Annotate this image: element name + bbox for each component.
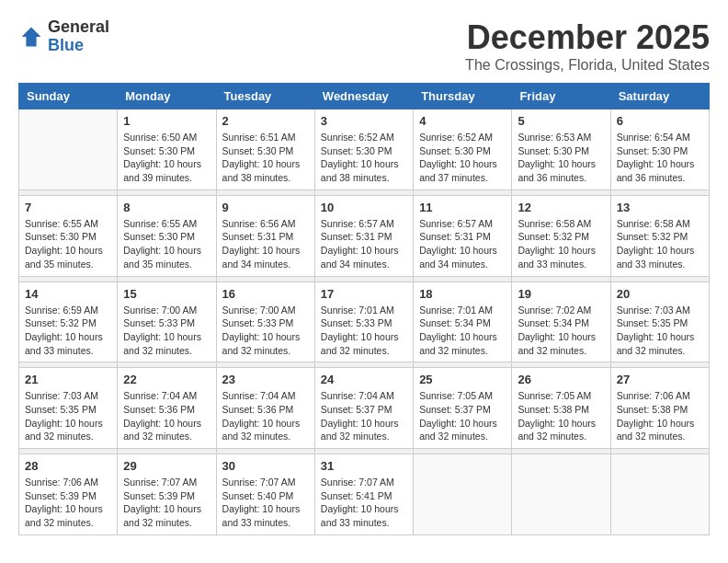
day-info: Sunrise: 6:55 AM Sunset: 5:30 PM Dayligh…: [123, 217, 210, 271]
day-number: 3: [321, 114, 407, 128]
week-row-3: 14Sunrise: 6:59 AM Sunset: 5:32 PM Dayli…: [19, 282, 710, 362]
calendar-cell: 13Sunrise: 6:58 AM Sunset: 5:32 PM Dayli…: [610, 195, 709, 276]
day-info: Sunrise: 6:59 AM Sunset: 5:32 PM Dayligh…: [25, 304, 111, 358]
calendar-cell: 14Sunrise: 6:59 AM Sunset: 5:32 PM Dayli…: [19, 282, 118, 362]
calendar-cell: 28Sunrise: 7:06 AM Sunset: 5:39 PM Dayli…: [19, 454, 118, 535]
day-info: Sunrise: 7:05 AM Sunset: 5:37 PM Dayligh…: [419, 389, 506, 443]
day-info: Sunrise: 6:58 AM Sunset: 5:32 PM Dayligh…: [518, 217, 604, 271]
day-info: Sunrise: 7:01 AM Sunset: 5:34 PM Dayligh…: [419, 304, 506, 358]
day-number: 22: [123, 373, 210, 386]
calendar-cell: 21Sunrise: 7:03 AM Sunset: 5:35 PM Dayli…: [19, 368, 118, 449]
calendar-cell: 10Sunrise: 6:57 AM Sunset: 5:31 PM Dayli…: [314, 195, 413, 276]
calendar-cell: 24Sunrise: 7:04 AM Sunset: 5:37 PM Dayli…: [314, 368, 413, 449]
day-number: 4: [419, 114, 506, 128]
day-info: Sunrise: 7:07 AM Sunset: 5:41 PM Dayligh…: [321, 476, 407, 530]
day-info: Sunrise: 6:50 AM Sunset: 5:30 PM Dayligh…: [123, 131, 210, 185]
location-subtitle: The Crossings, Florida, United States: [465, 57, 710, 74]
day-number: 11: [419, 201, 506, 214]
day-number: 12: [518, 201, 604, 214]
day-info: Sunrise: 7:06 AM Sunset: 5:38 PM Dayligh…: [617, 389, 703, 443]
calendar-cell: 23Sunrise: 7:04 AM Sunset: 5:36 PM Dayli…: [216, 368, 314, 449]
day-number: 24: [321, 373, 407, 386]
calendar-cell: 29Sunrise: 7:07 AM Sunset: 5:39 PM Dayli…: [118, 454, 216, 535]
day-number: 20: [617, 287, 703, 301]
calendar-cell: 5Sunrise: 6:53 AM Sunset: 5:30 PM Daylig…: [512, 109, 610, 190]
title-area: December 2025 The Crossings, Florida, Un…: [465, 18, 710, 74]
calendar-cell: 11Sunrise: 6:57 AM Sunset: 5:31 PM Dayli…: [414, 195, 512, 276]
calendar-cell: [512, 454, 610, 535]
day-info: Sunrise: 7:07 AM Sunset: 5:39 PM Dayligh…: [123, 476, 210, 530]
day-info: Sunrise: 6:53 AM Sunset: 5:30 PM Dayligh…: [518, 131, 604, 185]
day-number: 1: [123, 114, 210, 128]
day-info: Sunrise: 6:52 AM Sunset: 5:30 PM Dayligh…: [419, 131, 506, 185]
day-number: 14: [25, 287, 111, 301]
weekday-header-wednesday: Wednesday: [314, 84, 413, 109]
day-number: 6: [617, 114, 703, 128]
day-number: 10: [321, 201, 407, 214]
day-number: 15: [123, 287, 210, 301]
calendar-cell: 8Sunrise: 6:55 AM Sunset: 5:30 PM Daylig…: [118, 195, 216, 276]
day-info: Sunrise: 7:03 AM Sunset: 5:35 PM Dayligh…: [617, 304, 703, 358]
day-info: Sunrise: 7:01 AM Sunset: 5:33 PM Dayligh…: [321, 304, 407, 358]
calendar-cell: 16Sunrise: 7:00 AM Sunset: 5:33 PM Dayli…: [216, 282, 314, 362]
day-info: Sunrise: 7:06 AM Sunset: 5:39 PM Dayligh…: [25, 476, 111, 530]
calendar-cell: 22Sunrise: 7:04 AM Sunset: 5:36 PM Dayli…: [118, 368, 216, 449]
day-number: 7: [25, 201, 111, 214]
calendar-cell: 27Sunrise: 7:06 AM Sunset: 5:38 PM Dayli…: [610, 368, 709, 449]
calendar-cell: [610, 454, 709, 535]
calendar-cell: 18Sunrise: 7:01 AM Sunset: 5:34 PM Dayli…: [414, 282, 512, 362]
week-row-1: 1Sunrise: 6:50 AM Sunset: 5:30 PM Daylig…: [19, 109, 710, 190]
weekday-header-row: SundayMondayTuesdayWednesdayThursdayFrid…: [19, 84, 710, 109]
day-number: 27: [617, 373, 703, 386]
day-number: 18: [419, 287, 506, 301]
logo: General Blue: [18, 18, 109, 55]
day-number: 25: [419, 373, 506, 386]
calendar-cell: 3Sunrise: 6:52 AM Sunset: 5:30 PM Daylig…: [314, 109, 413, 190]
weekday-header-tuesday: Tuesday: [216, 84, 314, 109]
logo-icon: [18, 24, 44, 50]
calendar-cell: 31Sunrise: 7:07 AM Sunset: 5:41 PM Dayli…: [314, 454, 413, 535]
day-info: Sunrise: 7:00 AM Sunset: 5:33 PM Dayligh…: [222, 304, 309, 358]
calendar-cell: 17Sunrise: 7:01 AM Sunset: 5:33 PM Dayli…: [314, 282, 413, 362]
day-number: 8: [123, 201, 210, 214]
calendar-cell: 15Sunrise: 7:00 AM Sunset: 5:33 PM Dayli…: [118, 282, 216, 362]
day-info: Sunrise: 7:02 AM Sunset: 5:34 PM Dayligh…: [518, 304, 604, 358]
calendar-cell: 6Sunrise: 6:54 AM Sunset: 5:30 PM Daylig…: [610, 109, 709, 190]
header: General Blue December 2025 The Crossings…: [18, 18, 710, 74]
day-info: Sunrise: 6:57 AM Sunset: 5:31 PM Dayligh…: [321, 217, 407, 271]
day-number: 31: [321, 459, 407, 473]
calendar-cell: 26Sunrise: 7:05 AM Sunset: 5:38 PM Dayli…: [512, 368, 610, 449]
day-info: Sunrise: 7:04 AM Sunset: 5:37 PM Dayligh…: [321, 389, 407, 443]
day-number: 17: [321, 287, 407, 301]
day-info: Sunrise: 7:00 AM Sunset: 5:33 PM Dayligh…: [123, 304, 210, 358]
day-info: Sunrise: 6:54 AM Sunset: 5:30 PM Dayligh…: [617, 131, 703, 185]
calendar-table: SundayMondayTuesdayWednesdayThursdayFrid…: [18, 83, 710, 535]
day-number: 2: [222, 114, 309, 128]
week-row-2: 7Sunrise: 6:55 AM Sunset: 5:30 PM Daylig…: [19, 195, 710, 276]
day-number: 23: [222, 373, 309, 386]
week-row-5: 28Sunrise: 7:06 AM Sunset: 5:39 PM Dayli…: [19, 454, 710, 535]
weekday-header-sunday: Sunday: [19, 84, 118, 109]
week-row-4: 21Sunrise: 7:03 AM Sunset: 5:35 PM Dayli…: [19, 368, 710, 449]
calendar-cell: 1Sunrise: 6:50 AM Sunset: 5:30 PM Daylig…: [118, 109, 216, 190]
logo-blue: Blue: [48, 37, 109, 55]
calendar-cell: [19, 109, 118, 190]
svg-marker-0: [22, 27, 41, 46]
day-number: 19: [518, 287, 604, 301]
day-info: Sunrise: 6:52 AM Sunset: 5:30 PM Dayligh…: [321, 131, 407, 185]
day-info: Sunrise: 6:56 AM Sunset: 5:31 PM Dayligh…: [222, 217, 309, 271]
day-info: Sunrise: 6:57 AM Sunset: 5:31 PM Dayligh…: [419, 217, 506, 271]
weekday-header-thursday: Thursday: [414, 84, 512, 109]
month-title: December 2025: [465, 18, 710, 57]
calendar-cell: 30Sunrise: 7:07 AM Sunset: 5:40 PM Dayli…: [216, 454, 314, 535]
calendar-cell: 12Sunrise: 6:58 AM Sunset: 5:32 PM Dayli…: [512, 195, 610, 276]
day-number: 5: [518, 114, 604, 128]
calendar-cell: [414, 454, 512, 535]
day-number: 28: [25, 459, 111, 473]
weekday-header-friday: Friday: [512, 84, 610, 109]
day-number: 21: [25, 373, 111, 386]
calendar-cell: 9Sunrise: 6:56 AM Sunset: 5:31 PM Daylig…: [216, 195, 314, 276]
weekday-header-monday: Monday: [118, 84, 216, 109]
day-number: 16: [222, 287, 309, 301]
day-info: Sunrise: 7:03 AM Sunset: 5:35 PM Dayligh…: [25, 389, 111, 443]
